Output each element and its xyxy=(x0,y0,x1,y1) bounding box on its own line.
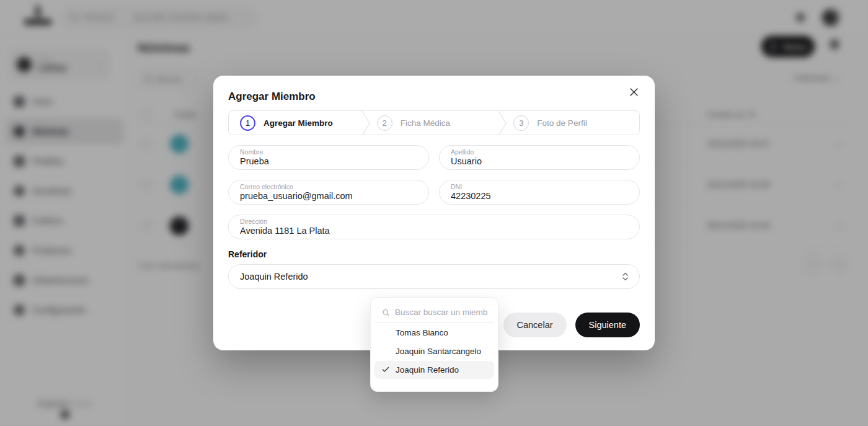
dropdown-search-input[interactable] xyxy=(395,308,488,317)
search-icon xyxy=(382,308,390,317)
direccion-field[interactable]: Dirección xyxy=(228,215,640,239)
step-number: 3 xyxy=(513,115,529,131)
referidor-dropdown: Tomas Bianco Joaquin Santarcangelo Joaqu… xyxy=(370,297,498,392)
dropdown-option-label: Joaquin Referido xyxy=(396,365,459,375)
dropdown-option[interactable]: Tomas Bianco xyxy=(374,324,494,342)
stepper: 1 Agregar Miembro 2 Ficha Médica 3 Foto … xyxy=(228,110,640,135)
dni-input[interactable] xyxy=(451,191,628,201)
app-root: Presiona / para abrir comandos rápidos C… xyxy=(0,0,868,426)
direccion-input[interactable] xyxy=(240,226,628,236)
close-icon[interactable] xyxy=(626,84,641,99)
step-number: 2 xyxy=(377,115,392,131)
apellido-field[interactable]: Apellido xyxy=(439,145,640,170)
referidor-value: Joaquin Referido xyxy=(240,272,308,282)
step-label: Ficha Médica xyxy=(401,118,450,128)
nombre-input[interactable] xyxy=(240,156,417,166)
next-button[interactable]: Siguiente xyxy=(575,313,640,337)
referidor-label: Referidor xyxy=(228,249,267,259)
step-separator-icon xyxy=(361,111,370,135)
step-agregar-miembro[interactable]: 1 Agregar Miembro xyxy=(229,111,366,135)
step-separator-icon xyxy=(498,111,507,135)
step-number: 1 xyxy=(240,115,255,131)
direccion-label: Dirección xyxy=(240,218,628,226)
correo-input[interactable] xyxy=(240,191,417,201)
dropdown-option[interactable]: Joaquin Santarcangelo xyxy=(374,342,494,360)
nombre-field[interactable]: Nombre xyxy=(228,145,429,170)
check-icon xyxy=(381,365,390,374)
correo-field[interactable]: Correo electrónico xyxy=(228,180,429,205)
apellido-label: Apellido xyxy=(451,149,628,156)
dropdown-option-selected[interactable]: Joaquin Referido xyxy=(374,361,494,379)
referidor-select[interactable]: Joaquin Referido xyxy=(228,264,640,289)
dni-label: DNI xyxy=(451,184,628,191)
modal-title: Agregar Miembro xyxy=(228,91,316,103)
dropdown-search-row[interactable] xyxy=(374,301,494,323)
correo-label: Correo electrónico xyxy=(240,184,417,191)
dni-field[interactable]: DNI xyxy=(439,180,640,205)
select-updown-icon xyxy=(621,272,629,282)
cancel-button[interactable]: Cancelar xyxy=(503,313,567,337)
step-foto-de-perfil[interactable]: 3 Foto de Perfil xyxy=(502,111,639,135)
nombre-label: Nombre xyxy=(240,149,417,156)
step-label: Agregar Miembro xyxy=(264,118,333,128)
step-ficha-medica[interactable]: 2 Ficha Médica xyxy=(366,111,503,135)
step-label: Foto de Perfil xyxy=(537,118,587,128)
apellido-input[interactable] xyxy=(451,156,628,166)
